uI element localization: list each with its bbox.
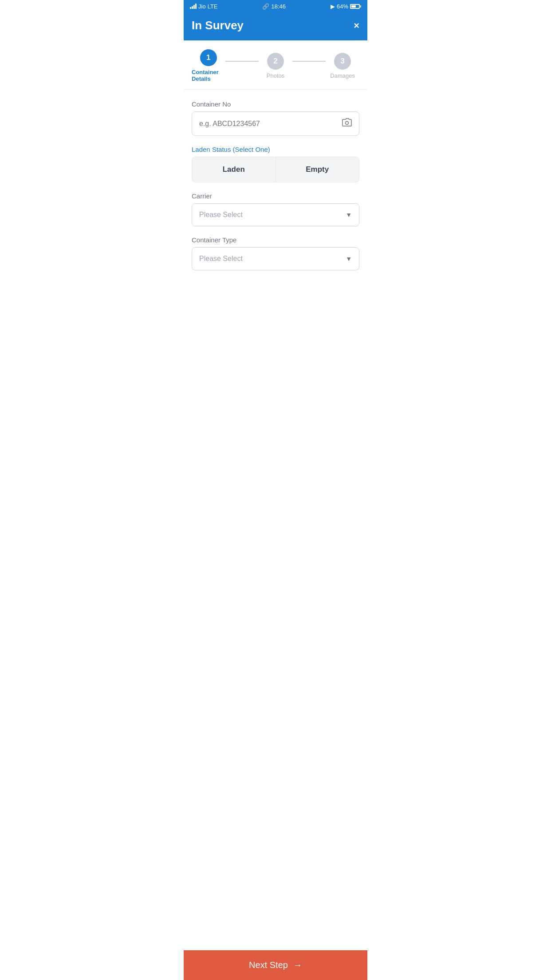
container-type-chevron-icon: ▼: [346, 255, 352, 262]
container-no-label: Container No: [192, 100, 359, 108]
network-label: LTE: [208, 3, 218, 10]
step-2-circle: 2: [267, 53, 284, 70]
camera-icon[interactable]: [342, 118, 352, 129]
header: In Survey ×: [184, 12, 367, 40]
container-type-section: Container Type Please Select ▼: [192, 236, 359, 270]
laden-status-label: Laden Status (Select One): [192, 146, 359, 153]
step-1-label: Container Details: [192, 69, 225, 82]
status-left: Jio LTE: [190, 3, 218, 10]
step-1: 1 Container Details: [192, 49, 225, 82]
header-title: In Survey: [192, 19, 244, 32]
signal-bar-2: [192, 6, 193, 9]
step-3-label: Damages: [330, 72, 355, 79]
container-no-input-wrapper[interactable]: [192, 111, 359, 136]
step-3-circle: 3: [334, 53, 351, 70]
battery-tip: [360, 5, 361, 8]
empty-button[interactable]: Empty: [276, 157, 359, 182]
carrier-placeholder: Please Select: [199, 211, 243, 219]
battery-icon: [350, 4, 361, 9]
battery-fill: [351, 5, 356, 8]
carrier-select[interactable]: Please Select ▼: [192, 203, 359, 226]
signal-bar-3: [193, 5, 195, 9]
laden-toggle-group: Laden Empty: [192, 157, 359, 182]
laden-status-section: Laden Status (Select One) Laden Empty: [192, 146, 359, 182]
signal-bar-1: [190, 7, 191, 9]
time-label: 18:46: [271, 3, 286, 10]
carrier-section: Carrier Please Select ▼: [192, 192, 359, 226]
status-bar: Jio LTE 🔗 18:46 ▶ 64%: [184, 0, 367, 12]
step-connector-1: [225, 61, 259, 62]
container-type-placeholder: Please Select: [199, 255, 243, 263]
signal-bars: [190, 4, 197, 9]
location-icon: ▶: [331, 3, 335, 10]
svg-point-0: [346, 122, 349, 125]
steps-container: 1 Container Details 2 Photos 3 Damages: [184, 40, 367, 90]
close-button[interactable]: ×: [354, 21, 359, 31]
step-3: 3 Damages: [326, 53, 359, 79]
carrier-label: Jio: [198, 3, 206, 10]
container-no-section: Container No: [192, 100, 359, 136]
carrier-label: Carrier: [192, 192, 359, 200]
status-right: ▶ 64%: [331, 3, 361, 10]
step-2: 2 Photos: [259, 53, 292, 79]
signal-bar-4: [195, 4, 197, 9]
steps-row: 1 Container Details 2 Photos 3 Damages: [192, 49, 359, 82]
battery-body: [350, 4, 360, 9]
step-connector-2: [292, 61, 326, 62]
container-type-select[interactable]: Please Select ▼: [192, 247, 359, 270]
container-no-input[interactable]: [199, 120, 342, 128]
status-center: 🔗 18:46: [262, 3, 286, 10]
carrier-chevron-icon: ▼: [346, 211, 352, 218]
step-1-circle: 1: [200, 49, 217, 66]
container-type-label: Container Type: [192, 236, 359, 244]
step-2-label: Photos: [267, 72, 284, 79]
link-icon: 🔗: [262, 3, 269, 10]
form-content: Container No Laden Status (Select One) L…: [184, 90, 367, 291]
battery-percent: 64%: [337, 3, 348, 10]
laden-button[interactable]: Laden: [192, 157, 276, 182]
